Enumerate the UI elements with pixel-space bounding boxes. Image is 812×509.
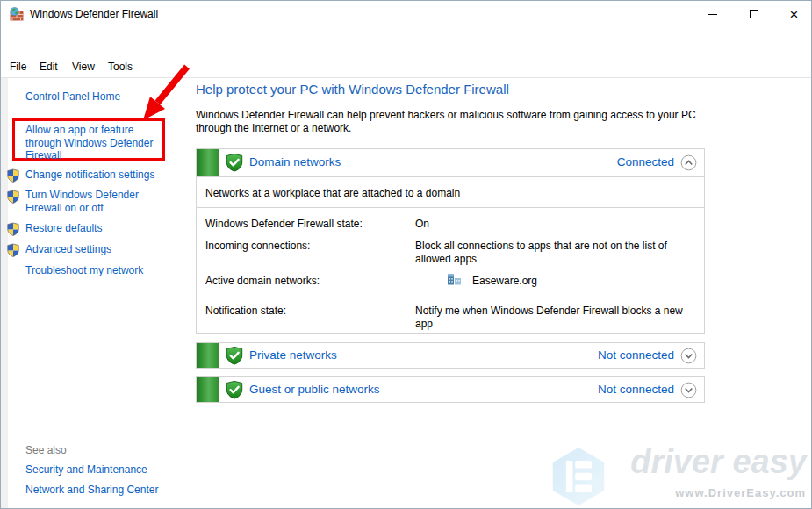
annotation-box: Allow an app or feature through Windows … [12, 118, 165, 161]
detail-value: Block all connections to apps that are n… [415, 240, 689, 266]
maximize-button[interactable] [734, 1, 773, 27]
sidebar-item-restore-defaults[interactable]: Restore defaults [25, 222, 102, 235]
sidebar-item-control-panel-home[interactable]: Control Panel Home [25, 90, 120, 104]
expand-chevron-button[interactable] [680, 382, 697, 398]
firewall-on-shield-icon [225, 380, 244, 399]
domain-network-icon [447, 272, 462, 286]
domain-networks-panel: Domain networks Connected Networks at a … [196, 148, 705, 334]
panel-title: Guest or public networks [249, 383, 380, 396]
detail-value: Easeware.org [472, 275, 537, 287]
uac-shield-icon [6, 168, 20, 183]
status-text: Connected [617, 155, 674, 168]
watermark-brand: driver easy [630, 443, 807, 481]
sidebar-item-advanced-settings[interactable]: Advanced settings [25, 243, 111, 256]
expand-chevron-button[interactable] [680, 348, 697, 364]
sidebar-item-allow-app[interactable]: Allow an app or feature through Windows … [15, 121, 162, 162]
intro-text: Windows Defender Firewall can help preve… [196, 109, 703, 135]
close-button[interactable]: × [774, 1, 812, 27]
left-edge-strip [1, 78, 8, 509]
uac-shield-icon [6, 222, 20, 236]
navigation-bar: ← → ↑ › Control Panel › All Control Pane… [1, 27, 811, 54]
guest-networks-header[interactable]: Guest or public networks Not connected [197, 377, 704, 402]
see-also-heading: See also [25, 444, 67, 457]
guest-networks-panel: Guest or public networks Not connected [196, 376, 705, 403]
detail-label: Active domain networks: [205, 275, 320, 287]
status-text: Not connected [598, 383, 674, 396]
private-networks-panel: Private networks Not connected [196, 342, 705, 369]
detail-label: Incoming connections: [205, 240, 310, 252]
sidebar-item-turn-firewall-on-off[interactable]: Turn Windows Defender Firewall on or off [25, 189, 159, 214]
window-title: Windows Defender Firewall [30, 8, 158, 20]
minimize-button[interactable] [693, 1, 732, 27]
firewall-on-shield-icon [225, 346, 244, 365]
status-text: Not connected [598, 348, 674, 362]
uac-shield-icon [6, 190, 20, 204]
panel-accent-bar [197, 343, 219, 368]
firewall-on-shield-icon [225, 153, 244, 172]
private-networks-header[interactable]: Private networks Not connected [197, 343, 704, 368]
menu-bar: File Edit View Tools [1, 54, 811, 78]
menu-file[interactable]: File [10, 61, 26, 73]
collapse-chevron-button[interactable] [680, 154, 697, 171]
domain-networks-header[interactable]: Domain networks Connected [197, 149, 704, 177]
sidebar-item-change-notification-settings[interactable]: Change notification settings [25, 168, 154, 182]
detail-value: On [415, 218, 689, 231]
menu-edit[interactable]: Edit [40, 61, 58, 73]
detail-value: Notify me when Windows Defender Firewall… [415, 305, 689, 331]
panel-title: Private networks [249, 348, 337, 362]
maximize-icon [750, 10, 758, 18]
detail-label: Notification state: [205, 305, 286, 317]
title-bar: Windows Defender Firewall × [1, 1, 811, 27]
sidebar-item-troubleshoot-network[interactable]: Troubleshoot my network [25, 264, 143, 277]
sidebar-item-network-sharing-center[interactable]: Network and Sharing Center [25, 484, 158, 497]
menu-tools[interactable]: Tools [108, 61, 133, 73]
sidebar-item-security-maintenance[interactable]: Security and Maintenance [25, 463, 147, 477]
detail-label: Windows Defender Firewall state: [205, 218, 363, 230]
panel-title: Domain networks [249, 155, 341, 168]
panel-subtitle: Networks at a workplace that are attache… [205, 187, 460, 199]
uac-shield-icon [6, 243, 20, 257]
driver-easy-logo [550, 445, 607, 508]
watermark-url: www.DriverEasy.com [675, 486, 806, 499]
minimize-icon [708, 14, 717, 15]
menu-view[interactable]: View [72, 61, 95, 73]
app-window: Windows Defender Firewall × ← → ↑ › Cont… [0, 0, 812, 509]
close-icon: × [790, 7, 799, 22]
divider [197, 207, 704, 208]
panel-accent-bar [197, 377, 219, 402]
page-title: Help protect your PC with Windows Defend… [196, 82, 509, 97]
firewall-icon [10, 7, 24, 21]
panel-accent-bar [197, 149, 219, 176]
